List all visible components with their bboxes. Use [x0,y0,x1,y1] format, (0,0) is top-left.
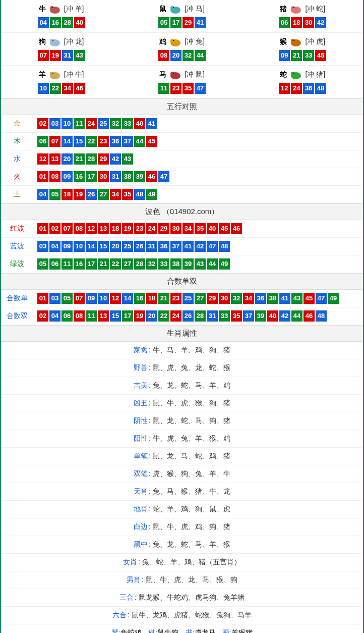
zodiac-name: 狗 [39,37,46,46]
svg-point-19 [50,72,54,76]
number-ball: 08 [49,171,60,182]
number-ball: 16 [50,17,61,28]
attr-key: 白边 [134,522,148,531]
number-ball: 26 [183,310,194,322]
zodiac-name: 猴 [280,37,287,46]
attr-row: 单笔: 鼠、龙、马、蛇、鸡、猪 [1,448,363,465]
number-ball: 26 [134,241,145,252]
number-ball: 32 [146,258,157,270]
number-ball: 14 [86,241,97,252]
number-ball: 01 [37,223,48,234]
number-ball: 03 [37,241,48,252]
attr-header: 生肖属性 [1,325,363,342]
number-ball: 34 [243,293,254,304]
number-ball: 24 [291,83,302,94]
number-ball: 29 [183,17,194,28]
attr-sep: : [128,611,132,619]
number-ball: 21 [74,153,85,165]
attr-list: 家禽: 牛、马、羊、鸡、狗、猪野兽: 鼠、虎、兔、龙、蛇、猴吉美: 兔、龙、蛇、… [1,342,363,624]
zodiac-numbers: 05172941 [122,17,242,28]
attr-row: 天肖: 兔、马、猴、猪、牛、龙 [1,483,363,501]
table-row: 木06071415222336374445 [1,133,363,150]
attr-sep: : [135,593,139,601]
zodiac-icon [47,3,63,15]
attr-key: 六合 [112,611,127,619]
number-ball: 17 [86,258,97,270]
attr-sep: : [149,540,153,548]
attr-row: 男肖: 鼠、牛、虎、龙、马、猴、狗 [1,571,363,589]
attr-sep: : [149,505,153,513]
number-ball: 24 [170,310,181,322]
number-ball: 27 [195,293,206,304]
attr-row: 三合: 鼠龙猴、牛蛇鸡、虎马狗、兔羊猪 [1,589,363,607]
number-ball: 42 [279,310,290,322]
zodiac-name: 牛 [39,5,46,14]
number-ball: 19 [134,310,145,322]
number-ball: 31 [110,171,121,182]
zodiac-icon [167,3,184,15]
number-ball: 39 [183,258,194,270]
number-ball: 33 [219,310,230,322]
zodiac-conflict: [冲 龙] [64,37,84,46]
number-ball: 31 [62,50,73,61]
zodiac-numbers: 09213345 [242,50,363,61]
number-ball: 17 [170,17,181,28]
number-ball: 33 [122,118,133,129]
number-ball: 08 [158,50,169,61]
svg-point-16 [291,39,295,43]
number-ball: 05 [37,258,48,270]
number-ball: 45 [304,293,315,304]
zodiac-name: 猪 [280,5,287,14]
table-row: 蓝波03040910141520252631363741424748 [1,238,363,255]
qqsh-key: 画: [222,629,231,633]
zodiac-numbers: 07193143 [1,50,122,61]
attr-row: 地肖: 蛇、羊、鸡、狗、鼠、虎 [1,501,363,518]
number-ball: 13 [49,153,60,165]
svg-point-4 [170,6,174,10]
svg-point-20 [52,73,53,74]
row-label: 水 [1,150,33,168]
svg-point-5 [173,7,174,8]
attr-sep: : [149,399,153,407]
zodiac-icon [288,69,304,81]
number-ball: 41 [146,118,157,129]
number-ball: 27 [122,258,133,270]
heshu-table: 合数单0103050709101214161821232527293032343… [1,290,363,325]
number-ball: 14 [62,136,73,147]
number-ball: 15 [110,310,121,322]
zodiac-conflict: [冲 虎] [305,37,325,46]
bose-table: 红波0102070812131819232429303435404546蓝波03… [1,220,363,273]
number-ball: 37 [243,310,254,322]
zodiac-conflict: [冲 兔] [185,37,205,46]
attr-val: 鼠牛、龙鸡、虎猪、蛇猴、兔狗、马羊 [132,611,252,619]
number-ball: 25 [98,118,109,129]
qqsh-key: 书: [186,629,195,633]
number-ball: 19 [122,223,133,234]
row-label: 木 [1,133,33,150]
number-ball: 03 [49,293,60,304]
row-label: 红波 [1,220,33,238]
number-ball: 01 [37,293,48,304]
number-ball: 30 [219,293,230,304]
number-ball: 11 [62,258,73,270]
number-ball: 10 [98,293,109,304]
number-ball: 06 [279,17,290,28]
number-ball: 20 [110,241,121,252]
number-ball: 09 [62,171,73,182]
zodiac-name: 羊 [39,70,46,79]
number-ball: 07 [49,136,60,147]
number-ball: 46 [74,83,85,94]
number-ball: 18 [291,17,302,28]
number-ball: 15 [74,136,85,147]
zodiac-cell: 鸡[冲 兔]08203244 [122,33,242,66]
table-row: 水1213202128294243 [1,150,363,168]
number-ball: 25 [183,293,194,304]
svg-point-23 [173,73,174,74]
number-ball: 21 [158,293,169,304]
qqsh-key: 琴: [111,629,120,633]
number-ball: 04 [38,17,49,28]
number-ball: 32 [231,293,242,304]
attr-sep: : [149,487,153,495]
number-ball: 26 [86,189,97,200]
row-numbers: 0108091617303138394647 [33,168,363,186]
